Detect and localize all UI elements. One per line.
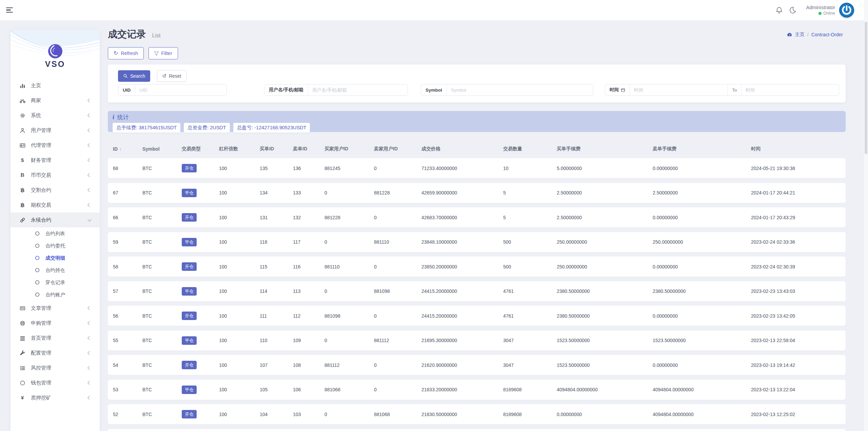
chevron-left-icon (87, 351, 91, 355)
sidebar-item[interactable]: $财务管理 (11, 153, 100, 168)
column-header[interactable]: ID↑ (113, 146, 142, 152)
table-cell: 71233.40000000 (421, 166, 503, 171)
table-cell: 2380.50000000 (653, 288, 751, 294)
chevron-left-icon (87, 306, 91, 310)
table-cell: 100 (219, 288, 260, 294)
chain-link-icon (19, 217, 26, 223)
sidebar-item[interactable]: 配置管理 (11, 345, 100, 360)
time-to-label: To (727, 85, 742, 95)
table-cell: 0 (324, 239, 374, 245)
statistics-title: 统计 (117, 113, 129, 121)
circle-icon (34, 291, 41, 298)
user-info[interactable]: Administrator Online (806, 4, 835, 16)
table-cell: 136 (293, 166, 324, 171)
scrollbar-thumb[interactable] (865, 22, 867, 154)
table-cell: 42683.70000000 (421, 215, 503, 220)
table-cell: BTC (142, 387, 182, 392)
column-header: 买单手续费 (557, 146, 653, 152)
table-cell: 0 (324, 190, 374, 195)
time-to-input[interactable] (742, 85, 839, 95)
bitcoin-icon: ฿ (19, 187, 26, 193)
sidebar-subitem[interactable]: 合约账户 (11, 288, 100, 301)
table-cell: 107 (260, 362, 293, 368)
sidebar-item[interactable]: 文章管理 (11, 301, 100, 316)
table-cell: 103 (293, 412, 324, 417)
column-header: 买单ID (260, 146, 293, 152)
filter-button[interactable]: ▽ Filter (149, 47, 178, 59)
sidebar-item[interactable]: 商家 (11, 93, 100, 108)
bitcoin-icon: ฿ (19, 202, 26, 208)
filter-symbol-group: Symbol (421, 84, 593, 96)
table-cell: 8189608 (503, 412, 557, 417)
bell-icon[interactable] (775, 6, 783, 14)
table-cell: 100 (219, 387, 260, 392)
column-header: 时间 (751, 146, 846, 152)
table-cell: 0 (324, 288, 374, 294)
chevron-left-icon (87, 113, 91, 117)
table-cell: 250.00000000 (653, 239, 751, 245)
table-cell: 2023-02-24 02:33:36 (751, 239, 846, 245)
sidebar-subitem[interactable]: 穿仓记录 (11, 276, 100, 288)
column-header: Symbol (142, 146, 182, 152)
trade-type-badge: 开仓 (182, 213, 197, 222)
sidebar-item[interactable]: 首页管理 (11, 331, 100, 345)
table-cell: 24415.20000000 (421, 288, 503, 294)
stats-badge-total-fee: 总手续费: 381754615USDT (113, 123, 180, 133)
table-cell: 5 (503, 215, 557, 220)
uid-input[interactable] (135, 85, 226, 95)
yen-icon: ¥ (19, 394, 26, 401)
sidebar-item-label: 质押挖矿 (31, 395, 51, 401)
sidebar-item[interactable]: 代理管理 (11, 138, 100, 153)
table-cell: 平仓 (182, 386, 219, 394)
hamburger-menu-icon[interactable] (6, 7, 13, 13)
table-cell: 881098 (374, 288, 421, 294)
sidebar-item[interactable]: ฿交割合约 (11, 183, 100, 198)
sidebar-item[interactable]: B币币交易 (11, 168, 100, 183)
sidebar-subitem[interactable]: 合约委托 (11, 240, 100, 252)
table-cell: 2023-02-24 02:30:39 (751, 264, 846, 269)
chevron-left-icon (87, 381, 91, 385)
table-cell: 平仓 (182, 336, 219, 345)
symbol-input[interactable] (447, 85, 593, 95)
table-cell: 113 (293, 288, 324, 294)
sidebar-item[interactable]: ¥质押挖矿 (11, 390, 100, 405)
breadcrumb-home-link[interactable]: 主页 (795, 32, 805, 38)
time-from-input[interactable] (630, 85, 727, 95)
sidebar-item[interactable]: 用户管理 (11, 123, 100, 138)
table-cell: 21833.20000000 (421, 387, 503, 392)
sidebar-item[interactable]: 系统 (11, 108, 100, 123)
sidebar-subitem[interactable]: 合约持仓 (11, 264, 100, 276)
dark-mode-moon-icon[interactable] (789, 6, 797, 14)
sidebar-item[interactable]: 钱包管理 (11, 375, 100, 390)
sidebar-item[interactable]: 主页 (11, 78, 100, 93)
sidebar-item[interactable]: 申购管理 (11, 316, 100, 331)
sidebar-item-label: 币币交易 (31, 172, 51, 179)
sidebar-subitem[interactable]: 合约列表 (11, 227, 100, 240)
sidebar-item-label: 风控管理 (31, 365, 51, 371)
table-cell: 55 (113, 338, 142, 343)
sidebar-subitem-label: 合约列表 (45, 230, 65, 237)
table-cell: 2023-02-23 13:42:05 (751, 313, 846, 319)
table-cell: 21620.90000000 (421, 362, 503, 368)
table-cell: 881112 (374, 338, 421, 343)
refresh-button[interactable]: ↻ Refresh (108, 47, 144, 59)
sidebar-item[interactable]: ฿期权交易 (11, 198, 100, 212)
reset-button[interactable]: ↺ Reset (157, 70, 186, 82)
table-cell: 250.00000000 (557, 264, 653, 269)
sidebar-item[interactable]: 风控管理 (11, 360, 100, 375)
breadcrumb-current-link[interactable]: Contract-Order (811, 32, 843, 37)
sidebar-item-label: 用户管理 (31, 127, 51, 134)
table-cell: 100 (219, 412, 260, 417)
table-cell: 2024-01-17 20:44:21 (751, 190, 846, 195)
sidebar-item[interactable]: 永续合约 (11, 212, 100, 227)
username-phone-email-input[interactable] (308, 85, 408, 95)
table-cell: 53 (113, 387, 142, 392)
avatar[interactable] (839, 3, 854, 18)
table-cell: 134 (260, 190, 293, 195)
table-cell: 100 (219, 166, 260, 171)
search-button[interactable]: Search (118, 70, 150, 82)
chevron-left-icon (87, 143, 91, 147)
table-cell: 0 (374, 313, 421, 319)
table-cell: 4094804.00000000 (653, 412, 751, 417)
sidebar-subitem[interactable]: 成交明细 (11, 252, 100, 264)
